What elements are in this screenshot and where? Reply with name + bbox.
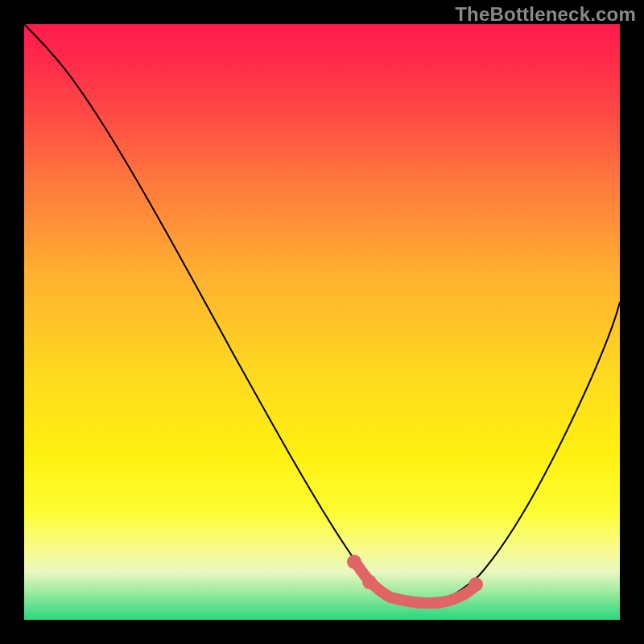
- chart-svg: [24, 24, 620, 620]
- highlight-dot: [469, 577, 483, 592]
- chart-area: [24, 24, 620, 620]
- bottleneck-curve: [24, 24, 620, 605]
- highlight-dot: [362, 575, 377, 589]
- watermark-text: TheBottleneck.com: [455, 3, 636, 26]
- highlight-dot: [347, 555, 361, 569]
